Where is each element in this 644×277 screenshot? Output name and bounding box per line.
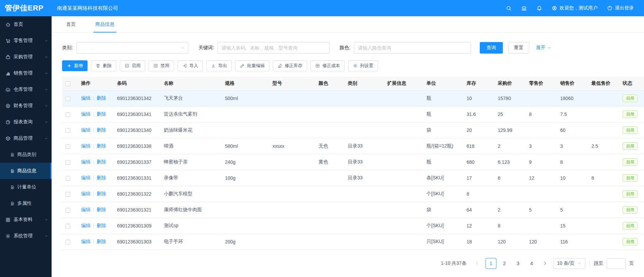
next-page-button[interactable]: [541, 258, 550, 269]
fix-cost-button[interactable]: 修正成本: [310, 60, 345, 71]
operation-divider: |: [93, 207, 94, 212]
search-icon[interactable]: [506, 5, 512, 11]
expand-link[interactable]: 展开: [536, 45, 551, 51]
category-select[interactable]: [76, 42, 188, 54]
operation-cell: 编辑|删除: [78, 170, 114, 186]
edit-link[interactable]: 编辑: [81, 207, 91, 212]
row-checkbox[interactable]: [65, 128, 70, 133]
cell-min: [588, 154, 619, 170]
row-select-cell: [62, 218, 78, 234]
row-checkbox[interactable]: [65, 224, 70, 229]
prev-page-button[interactable]: [473, 258, 482, 269]
edit-link[interactable]: 编辑: [81, 111, 91, 117]
delete-link[interactable]: 删除: [97, 143, 106, 149]
fix-stock-button[interactable]: 修正库存: [273, 60, 307, 71]
cell-unit: 瓶: [423, 154, 463, 170]
row-checkbox[interactable]: [65, 112, 70, 117]
select-all-checkbox[interactable]: [65, 81, 70, 86]
column-header: 销售价: [557, 77, 588, 90]
delete-link[interactable]: 删除: [97, 207, 106, 212]
cell-sale: 60: [557, 122, 588, 138]
cell-retail: 120: [526, 234, 557, 250]
row-checkbox[interactable]: [65, 160, 70, 165]
row-checkbox[interactable]: [65, 208, 70, 213]
delete-link[interactable]: 删除: [97, 159, 106, 164]
edit-link[interactable]: 编辑: [81, 239, 91, 244]
delete-link[interactable]: 删除: [97, 127, 106, 133]
row-checkbox[interactable]: [65, 96, 70, 101]
cell-ext: [384, 106, 423, 122]
sidebar-item-goods-category[interactable]: 商品类别: [0, 146, 52, 163]
delete-link[interactable]: 删除: [97, 95, 106, 101]
sidebar-item-sales[interactable]: 销售管理: [0, 65, 52, 81]
sidebar-item-base-data[interactable]: 基本资料: [0, 212, 52, 228]
edit-link[interactable]: 编辑: [81, 223, 91, 228]
base-data-icon: [5, 217, 11, 222]
cell-purchase: 2: [494, 202, 526, 218]
table-row: 编辑|删除6901236301337蜂蜜柚子茶240g黄色目录33瓶6806.1…: [62, 154, 644, 170]
edit-link[interactable]: 编辑: [81, 95, 91, 101]
enable-button[interactable]: 启用: [120, 60, 145, 71]
row-checkbox[interactable]: [65, 240, 70, 244]
jump-page-input[interactable]: [607, 258, 626, 269]
row-checkbox[interactable]: [65, 192, 70, 197]
delete-link[interactable]: 删除: [97, 239, 106, 244]
company-name: 南通某某网络科技有限公司: [57, 5, 118, 12]
cell-category: [344, 218, 384, 234]
delete-link[interactable]: 删除: [97, 111, 106, 117]
column-settings-button[interactable]: 列设置: [348, 60, 378, 71]
sidebar-item-label: 采购管理: [14, 54, 43, 60]
sidebar-item-home[interactable]: 首页: [0, 16, 52, 33]
cell-category: [344, 234, 384, 250]
edit-link[interactable]: 编辑: [81, 159, 91, 164]
search-button[interactable]: 查询: [480, 42, 503, 54]
sidebar-item-system[interactable]: 系统管理: [0, 228, 52, 244]
import-button[interactable]: 导入: [177, 60, 203, 71]
tab-goods-info[interactable]: 商品信息: [93, 16, 116, 32]
edit-link[interactable]: 编辑: [81, 143, 91, 149]
edit-link[interactable]: 编辑: [81, 175, 91, 180]
cell-name: 电子手环: [160, 234, 222, 250]
page-button-2[interactable]: 2: [499, 258, 510, 269]
bell-icon[interactable]: [536, 5, 542, 11]
delete-button[interactable]: 删除: [91, 60, 116, 71]
edit-link[interactable]: 编辑: [81, 127, 91, 133]
status-cell: 启用: [619, 138, 644, 154]
sidebar-item-multi-attribute[interactable]: 多属性: [0, 195, 52, 212]
welcome-user[interactable]: 欢迎您，测试用户: [552, 5, 598, 11]
sidebar-item-report[interactable]: 报表查询: [0, 114, 52, 130]
sidebar-item-goods[interactable]: 商品管理: [0, 130, 52, 146]
row-checkbox[interactable]: [65, 144, 70, 149]
disable-button[interactable]: 禁用: [149, 60, 174, 71]
warehouse-icon: [5, 87, 11, 92]
edit-link[interactable]: 编辑: [81, 191, 91, 196]
delete-link[interactable]: 删除: [97, 191, 106, 196]
page-button-1[interactable]: 1: [486, 258, 496, 269]
delete-link[interactable]: 删除: [97, 175, 106, 180]
logout-button[interactable]: 退出登录: [607, 5, 634, 11]
page-button-3[interactable]: 3: [513, 258, 524, 269]
sidebar-item-warehouse[interactable]: 仓库管理: [0, 81, 52, 98]
tab-home[interactable]: 首页: [64, 16, 78, 32]
bank-icon[interactable]: [521, 5, 527, 11]
cell-purchase: 129.99: [494, 122, 526, 138]
sidebar-item-goods-info[interactable]: 商品信息: [0, 163, 52, 179]
batch-edit-button[interactable]: 批量编辑: [235, 60, 269, 71]
delete-link[interactable]: 删除: [97, 223, 106, 228]
sidebar-item-purchase[interactable]: 采购管理: [0, 49, 52, 65]
sidebar-item-retail[interactable]: 零售管理: [0, 33, 52, 49]
chevron-down-icon: [44, 104, 48, 108]
color-input[interactable]: [354, 42, 471, 54]
reset-button[interactable]: 重置: [508, 42, 529, 54]
page-button-4[interactable]: 4: [526, 258, 537, 269]
keyword-input[interactable]: [217, 42, 329, 54]
row-checkbox[interactable]: [65, 176, 70, 181]
export-button[interactable]: 导出: [206, 60, 232, 71]
chevron-down-icon: [44, 234, 48, 238]
add-button[interactable]: 新增: [62, 60, 88, 71]
page-size-select[interactable]: 10 条/页: [553, 258, 585, 269]
pagination: 1-10 共37条 1234 10 条/页 跳至 页: [52, 250, 644, 269]
sidebar-item-measure-unit[interactable]: 计量单位: [0, 179, 52, 195]
sidebar-item-finance[interactable]: 财务管理: [0, 98, 52, 114]
row-select-cell: [62, 122, 78, 138]
